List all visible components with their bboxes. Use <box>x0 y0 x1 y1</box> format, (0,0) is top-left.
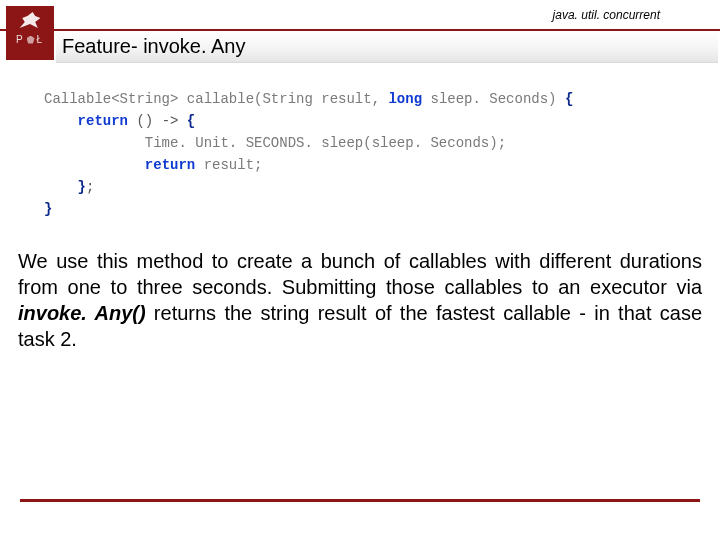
university-logo: P Ł <box>6 6 54 60</box>
code-l2-arrow: () -> <box>128 113 187 129</box>
code-l2-indent <box>44 113 78 129</box>
eyebrow-text: java. util. concurrent <box>553 8 660 22</box>
code-l2-kw: return <box>78 113 128 129</box>
code-l1-brace: { <box>557 91 574 107</box>
code-l1-type: Callable<String> <box>44 91 187 107</box>
code-l5-brace: } <box>78 179 86 195</box>
code-l4-rest: result; <box>195 157 262 173</box>
crest-icon <box>27 36 35 44</box>
code-l2-brace: { <box>187 113 195 129</box>
title-band: Feature- invoke. Any <box>56 31 718 63</box>
slide: java. util. concurrent P Ł Feature- invo… <box>0 0 720 540</box>
logo-letter-right: Ł <box>37 34 45 45</box>
code-l4-indent <box>44 157 145 173</box>
eagle-icon <box>17 10 43 30</box>
code-l6-brace: } <box>44 201 52 217</box>
body-paragraph: We use this method to create a bunch of … <box>18 248 702 352</box>
code-l5-semi: ; <box>86 179 94 195</box>
logo-letter-left: P <box>16 34 25 45</box>
code-l1-params2: sleep. Seconds) <box>422 91 556 107</box>
code-l4-kw: return <box>145 157 195 173</box>
code-l3: Time. Unit. SECONDS. sleep(sleep. Second… <box>44 135 506 151</box>
logo-letters: P Ł <box>16 34 44 45</box>
code-l1-params1: (String result, <box>254 91 388 107</box>
paragraph-part1: We use this method to create a bunch of … <box>18 250 702 298</box>
topbar: java. util. concurrent <box>0 0 720 30</box>
code-l1-kw: long <box>388 91 422 107</box>
code-l1-fn: callable <box>187 91 254 107</box>
code-l5-indent <box>44 179 78 195</box>
code-block: Callable<String> callable(String result,… <box>44 88 573 220</box>
paragraph-emphasis: invoke. Any() <box>18 302 146 324</box>
bottom-red-rule <box>20 499 700 502</box>
slide-title: Feature- invoke. Any <box>62 35 245 58</box>
